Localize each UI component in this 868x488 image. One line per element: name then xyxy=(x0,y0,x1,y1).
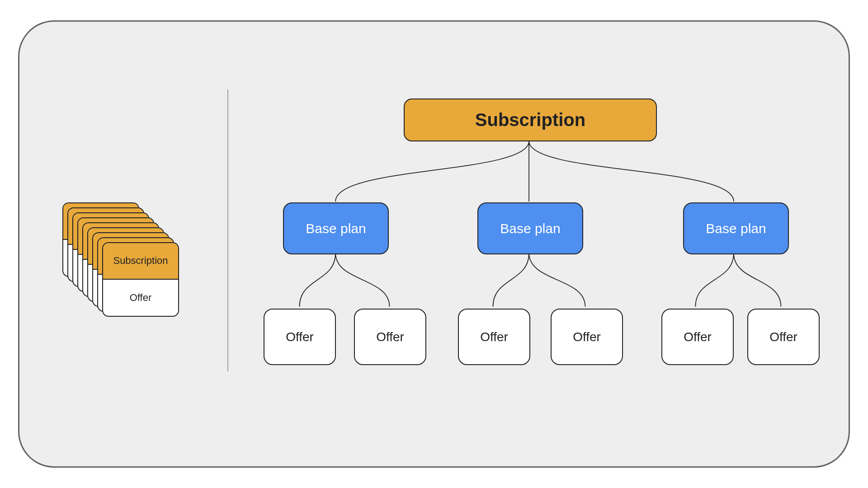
baseplan-node: Base plan xyxy=(283,202,389,254)
offer-label: Offer xyxy=(573,330,601,344)
offer-label: Offer xyxy=(480,330,508,344)
card-top-label: Subscription xyxy=(103,243,178,280)
offer-label: Offer xyxy=(376,330,404,344)
stacked-card-front: Subscription Offer xyxy=(102,242,179,317)
offer-label: Offer xyxy=(286,330,314,344)
baseplan-label: Base plan xyxy=(706,221,766,236)
offer-label: Offer xyxy=(769,330,797,344)
card-bottom-label: Offer xyxy=(103,280,178,316)
baseplan-label: Base plan xyxy=(306,221,366,236)
offer-node: Offer xyxy=(551,309,623,365)
baseplan-node: Base plan xyxy=(477,202,583,254)
offer-node: Offer xyxy=(661,309,734,365)
offer-node: Offer xyxy=(458,309,530,365)
vertical-divider xyxy=(227,89,228,371)
subscription-card-stack: Subscription Offer xyxy=(62,202,180,338)
offer-label: Offer xyxy=(684,330,712,344)
diagram-frame: Subscription Offer Subscription Base pla… xyxy=(18,20,850,468)
subscription-node: Subscription xyxy=(404,99,657,141)
offer-node: Offer xyxy=(747,309,820,365)
subscription-label: Subscription xyxy=(475,110,585,130)
offer-node: Offer xyxy=(354,309,426,365)
baseplan-label: Base plan xyxy=(500,221,560,236)
hierarchy-tree: Subscription Base plan Base plan Base pl… xyxy=(255,99,821,389)
offer-node: Offer xyxy=(264,309,336,365)
baseplan-node: Base plan xyxy=(683,202,789,254)
